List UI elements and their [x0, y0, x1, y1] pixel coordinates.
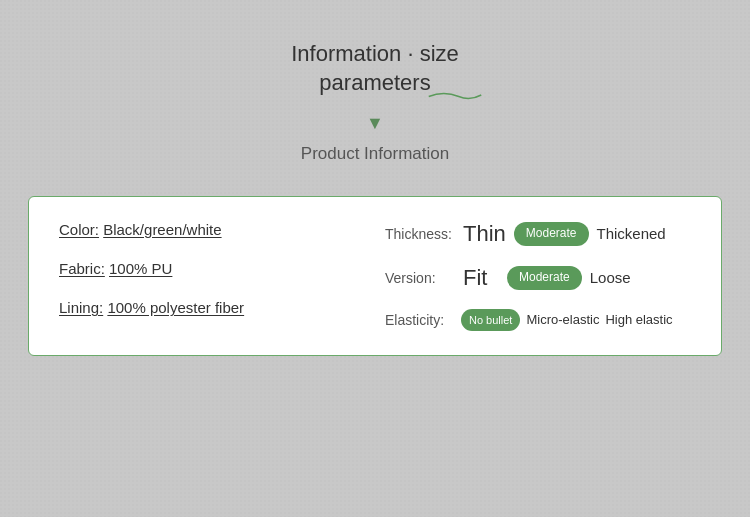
thickness-row: Thickness: Thin Moderate Thickened: [385, 221, 691, 247]
elasticity-mid: Micro-elastic: [526, 312, 599, 329]
thickness-label: Thickness:: [385, 226, 455, 242]
fabric-value: 100% PU: [109, 260, 172, 277]
section-subtitle: Product Information: [301, 142, 449, 166]
left-column: Color: Black/green/white Fabric: 100% PU…: [59, 221, 375, 331]
lining-label: Lining:: [59, 299, 103, 316]
elasticity-row: Elasticity: No bullet Micro-elastic High…: [385, 309, 691, 331]
thickness-pill: Moderate: [514, 222, 589, 246]
color-info: Color: Black/green/white: [59, 221, 355, 238]
thickness-end: Thickened: [597, 225, 666, 242]
version-value: Fit: [463, 265, 499, 291]
fabric-info: Fabric: 100% PU: [59, 260, 355, 277]
down-arrow-icon: ▼: [366, 113, 384, 134]
lining-info: Lining: 100% polyester fiber: [59, 299, 355, 316]
elasticity-end: High elastic: [605, 312, 672, 329]
version-row: Version: Fit Moderate Loose: [385, 265, 691, 291]
right-column: Thickness: Thin Moderate Thickened Versi…: [375, 221, 691, 331]
elasticity-label: Elasticity:: [385, 312, 455, 328]
thickness-value: Thin: [463, 221, 506, 247]
version-pill: Moderate: [507, 266, 582, 290]
lining-value: 100% polyester fiber: [107, 299, 244, 316]
elasticity-pill: No bullet: [461, 309, 520, 331]
fabric-label: Fabric:: [59, 260, 105, 277]
product-info-card: Color: Black/green/white Fabric: 100% PU…: [28, 196, 722, 356]
decorative-underline: [425, 89, 485, 101]
version-label: Version:: [385, 270, 455, 286]
color-value: Black/green/white: [103, 221, 221, 238]
color-label: Color:: [59, 221, 99, 238]
version-end: Loose: [590, 269, 631, 286]
